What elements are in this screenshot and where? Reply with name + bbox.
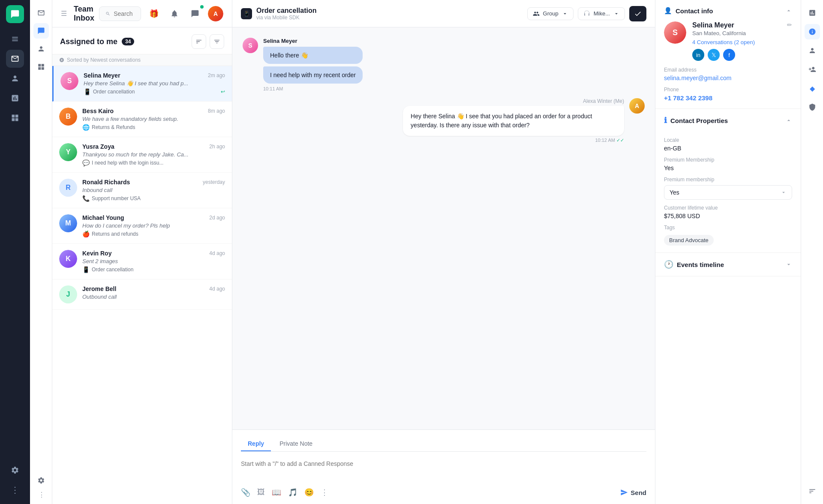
attachment-icon[interactable]: 📎 — [241, 488, 250, 497]
contact-location: San Mateo, California — [692, 30, 781, 36]
logo-icon[interactable] — [6, 5, 24, 23]
contact-properties-header[interactable]: ℹ Contact Properties — [655, 109, 801, 132]
contact-conversations-link[interactable]: 4 Conversations (2 open) — [692, 39, 781, 45]
second-sidebar-dots[interactable]: ⋮ — [38, 491, 45, 499]
bell-icon[interactable] — [167, 6, 182, 21]
avatar-kevin: K — [59, 250, 77, 268]
right-strip-users-icon[interactable] — [805, 62, 820, 77]
user-avatar[interactable]: A — [208, 6, 223, 21]
home-icon[interactable] — [6, 30, 24, 48]
conversation-panel: ☰ Team Inbox 🎁 A — [52, 0, 232, 504]
msg-outgoing-alexa: Alexa Winter (Me) Hey there Selina 👋 I s… — [243, 98, 645, 143]
send-button[interactable]: Send — [620, 489, 646, 496]
global-header: ☰ Team Inbox 🎁 A — [52, 0, 232, 27]
conv-tag-icon-ronald: 📞 — [82, 195, 90, 202]
conv-tag-kevin: 📱 Order cancellation — [82, 266, 225, 273]
hamburger-icon[interactable]: ☰ — [61, 9, 67, 18]
double-check-icon: ✓✓ — [616, 138, 624, 143]
gift-icon[interactable]: 🎁 — [146, 6, 162, 21]
sort-button[interactable] — [192, 34, 206, 49]
twitter-icon[interactable]: 𝕏 — [708, 49, 720, 61]
conv-name-bess: Bess Kairo — [82, 108, 114, 114]
search-bar[interactable] — [99, 6, 141, 21]
conv-item-jerome[interactable]: J Jerome Bell 4d ago Outbound call — [52, 279, 232, 310]
right-strip-panel-icon[interactable] — [805, 5, 820, 21]
conv-preview-ronald: Inbound call — [82, 187, 225, 193]
conv-tag-icon-bess: 🌐 — [82, 124, 90, 131]
conv-tag-icon-selina: 📱 — [84, 88, 91, 95]
events-icon: 🕐 — [664, 260, 673, 269]
resolve-button[interactable] — [629, 6, 646, 21]
conv-item-michael[interactable]: M Michael Young 2d ago How do I cancel m… — [52, 208, 232, 244]
conv-item-ronald[interactable]: R Ronald Richards yesterday Inbound call… — [52, 173, 232, 208]
contact-email[interactable]: selina.meyer@gmail.com — [664, 75, 792, 81]
conv-time-yusra: 2h ago — [209, 144, 225, 150]
contact-info-header[interactable]: 👤 Contact info — [655, 0, 801, 21]
settings-nav-icon[interactable] — [6, 461, 24, 479]
conv-item-selina[interactable]: S Selina Meyer 2m ago Hey there Selina 👋… — [52, 66, 232, 102]
second-sidebar-icon-3[interactable] — [33, 41, 49, 57]
image-icon[interactable]: 🖼 — [257, 488, 265, 497]
premium-label: Premium Membership — [664, 157, 792, 163]
right-icon-strip: ◆ — [801, 0, 823, 504]
conv-time-jerome: 4d ago — [209, 286, 225, 292]
reply-tab[interactable]: Reply — [241, 437, 271, 451]
compose-icon[interactable] — [187, 6, 203, 21]
right-strip-info-icon[interactable] — [805, 24, 820, 39]
contact-name: Selina Meyer — [692, 21, 781, 29]
contact-edit-icon[interactable]: ✏ — [787, 21, 792, 28]
right-strip-camera-icon[interactable] — [805, 43, 820, 58]
filter-button[interactable] — [210, 34, 224, 49]
group-selector[interactable]: Group — [527, 7, 574, 20]
conv-item-bess[interactable]: B Bess Kairo 8m ago We have a few mandat… — [52, 102, 232, 137]
reply-icon-selina: ↩ — [221, 89, 225, 95]
premium-value: Yes — [664, 165, 792, 171]
send-icon — [620, 489, 628, 496]
audio-icon[interactable]: 🎵 — [288, 488, 297, 497]
phone-label: Phone — [664, 87, 792, 93]
msg-sender-name-selina: Selina Meyer — [263, 38, 363, 44]
contact-properties-section: ℹ Contact Properties Locale en-GB Premiu… — [655, 109, 801, 253]
second-sidebar-icon-5[interactable] — [33, 473, 49, 488]
group-chevron-icon — [562, 11, 568, 17]
avatar-ronald: R — [59, 179, 77, 197]
conv-item-yusra[interactable]: Y Yusra Zoya 2h ago Thankyou so much for… — [52, 137, 232, 173]
linkedin-icon[interactable]: in — [692, 49, 704, 61]
agent-selector[interactable]: Mike... — [578, 7, 625, 20]
article-icon[interactable]: 📖 — [272, 488, 281, 497]
group-icon — [533, 10, 540, 17]
tag-pill-brand-advocate: Brand Advocate — [664, 235, 714, 246]
reply-input[interactable] — [241, 457, 646, 483]
contacts-nav-icon[interactable] — [6, 69, 24, 87]
contact-phone[interactable]: +1 782 342 2398 — [664, 94, 792, 102]
dots-nav-icon[interactable]: ⋮ — [6, 481, 24, 499]
conv-preview-kevin: Sent 2 images — [82, 258, 225, 264]
chat-subtitle: via via Mobile SDK — [256, 15, 317, 21]
second-sidebar-icon-2[interactable] — [33, 23, 49, 39]
contact-social: in 𝕏 f — [692, 49, 781, 61]
grid-nav-icon[interactable] — [6, 109, 24, 127]
msg-outgoing-sender: Alexa Winter (Me) — [583, 98, 624, 104]
conv-name-ronald: Ronald Richards — [82, 179, 130, 186]
premium-select[interactable]: Yes — [664, 185, 792, 200]
search-input[interactable] — [114, 10, 135, 17]
conv-item-kevin[interactable]: K Kevin Roy 4d ago Sent 2 images 📱 Order… — [52, 244, 232, 279]
msg-bubble-outgoing: Hey there Selina 👋 I see that you had pl… — [403, 106, 624, 136]
second-sidebar-icon-4[interactable] — [33, 59, 49, 75]
emoji-icon[interactable]: 😊 — [304, 488, 314, 497]
chat-title: Order cancellation — [256, 7, 317, 15]
right-strip-shield-icon[interactable] — [805, 99, 820, 115]
reply-tabs: Reply Private Note — [241, 437, 646, 452]
right-strip-settings-icon[interactable] — [805, 483, 820, 499]
right-strip-diamond-icon[interactable]: ◆ — [805, 81, 820, 96]
conv-tag-michael: 🍎 Returns and refunds — [82, 231, 225, 237]
second-sidebar-icon-1[interactable] — [33, 5, 49, 21]
facebook-icon[interactable]: f — [723, 49, 735, 61]
reports-nav-icon[interactable] — [6, 89, 24, 107]
via-label: via — [256, 15, 264, 21]
private-note-tab[interactable]: Private Note — [273, 437, 319, 451]
events-timeline-header[interactable]: 🕐 Events timeline — [655, 253, 801, 276]
conv-preview-bess: We have a few mandatory fields setup. — [82, 116, 225, 122]
inbox-nav-icon[interactable] — [6, 50, 24, 68]
more-icon[interactable]: ⋮ — [321, 488, 328, 497]
